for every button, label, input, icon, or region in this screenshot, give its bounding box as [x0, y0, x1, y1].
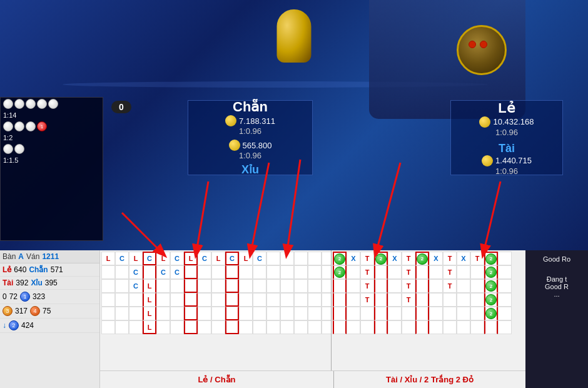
road-cell-left	[225, 320, 239, 334]
road-cell-left	[322, 320, 332, 334]
road-cell-left	[308, 265, 322, 279]
road-cell-left: L	[143, 307, 156, 320]
road-cell-right	[470, 265, 484, 279]
road-cell-right	[333, 293, 347, 307]
road-cell-right	[374, 293, 388, 307]
road-cell-left	[322, 279, 332, 293]
road-cell-right: X	[457, 252, 470, 265]
le-stat-val: 640	[14, 265, 26, 274]
road-cell-left	[294, 252, 308, 265]
road-cell-right	[333, 320, 347, 334]
coin-icon-tai	[482, 155, 493, 166]
road-cell-left: C	[225, 252, 239, 265]
road-cell-left	[308, 320, 322, 334]
ball3-val: 317	[15, 307, 28, 315]
history-timer2: 1:2	[1, 133, 103, 143]
sidebar-text1: Good Ro	[543, 255, 570, 263]
ball-1: 1	[20, 292, 30, 302]
sidebar-dots: ...	[554, 290, 559, 298]
road-cell-left	[266, 252, 280, 265]
road-cell-left	[253, 307, 266, 320]
road-cell-right	[333, 279, 347, 293]
road-cell-right: T	[360, 279, 374, 293]
road-cell-right	[470, 279, 484, 293]
tai-stat-val: 392	[16, 278, 28, 287]
road-cell-right	[415, 279, 429, 293]
road-cell-right	[360, 307, 374, 320]
road-cell-left	[253, 293, 266, 307]
road-cell-right: 2	[333, 252, 347, 265]
road-cell-right	[457, 320, 470, 334]
casino-background: 1:14 1 1:2 1:1.5 0 Chẵn 7.188.311 1:0.96…	[0, 0, 588, 250]
arrow-down: ↓	[3, 321, 6, 330]
road-cell-left	[266, 293, 280, 307]
bet-le-area[interactable]: Lẻ 10.432.168 1:0.96 Tài 1.440.715 1:0.9…	[450, 100, 563, 175]
road-cell-left	[198, 279, 211, 293]
road-cell-left: C	[156, 265, 170, 279]
road-cell-left	[170, 307, 184, 320]
road-cell-left	[156, 307, 170, 320]
road-cell-left	[143, 265, 156, 279]
ball1-val: 323	[33, 292, 45, 301]
road-cell-left	[115, 307, 129, 320]
chan-label: Chẵn	[233, 99, 268, 115]
grid-right: 2XT2XT2XTXT22TTT2TTT2TT22	[332, 250, 525, 370]
road-cell-right: 2	[484, 279, 498, 293]
road-cell-right	[429, 265, 443, 279]
road-cell-left: L	[101, 252, 115, 265]
road-cell-left	[156, 279, 170, 293]
road-cell-left	[280, 252, 294, 265]
chan-stat-label: Chẵn	[29, 265, 48, 274]
road-cell-left: C	[198, 252, 211, 265]
road-cell-left	[294, 279, 308, 293]
history-timer3: 1:1.5	[1, 155, 103, 165]
road-cell-left	[198, 265, 211, 279]
road-cell-left: C	[143, 252, 156, 265]
road-cell-left	[308, 252, 322, 265]
road-cell-right	[498, 279, 512, 293]
road-cell-left	[198, 293, 211, 307]
road-cell-left	[184, 265, 198, 279]
road-grid-right: 2XT2XT2XTXT22TTT2TTT2TT22	[332, 250, 525, 335]
road-cell-right	[415, 320, 429, 334]
le-amount: 10.432.168	[479, 116, 534, 128]
le-label: Lẻ	[498, 100, 515, 116]
road-cell-left	[239, 320, 253, 334]
road-cell-left	[101, 293, 115, 307]
bet-chan-area[interactable]: Chẵn 7.188.311 1:0.96 565.800 1:0.96 Xỉu	[188, 100, 313, 175]
stats-row-0-1: 0 72 1 323	[0, 290, 99, 304]
road-cell-left	[115, 265, 129, 279]
road-cell-left	[115, 320, 129, 334]
timer-badge: 0	[111, 101, 131, 113]
stats-row-le-chan: Lẻ 640 Chẵn 571	[0, 263, 99, 277]
road-cell-right	[347, 265, 360, 279]
road-cell-right: 2	[484, 307, 498, 320]
road-cell-left: L	[143, 279, 156, 293]
road-cell-left	[239, 265, 253, 279]
road-cell-left	[184, 279, 198, 293]
chan-amount2: 565.800	[229, 140, 272, 151]
road-cell-right	[374, 279, 388, 293]
road-cell-right	[443, 293, 457, 307]
road-cell-right	[347, 279, 360, 293]
road-cell-left	[198, 320, 211, 334]
road-cell-right	[415, 293, 429, 307]
road-cell-left	[170, 279, 184, 293]
road-cell-left	[308, 307, 322, 320]
coin-icon-le	[479, 116, 490, 128]
road-cell-left	[294, 265, 308, 279]
road-cell-right	[470, 307, 484, 320]
right-sidebar: Good Ro Đang t Good R ...	[525, 250, 588, 388]
road-cell-right	[457, 279, 470, 293]
road-cell-right	[498, 252, 512, 265]
grid-labels: Lẻ / Chẵn Tài / Xỉu / 2 Trắng 2 Đỏ	[100, 370, 525, 388]
road-cell-right: 2	[484, 252, 498, 265]
road-cell-right	[347, 307, 360, 320]
road-cell-left	[280, 307, 294, 320]
ball-tray	[457, 25, 507, 75]
road-cell-left	[184, 293, 198, 307]
road-cell-left	[253, 265, 266, 279]
road-cell-right	[429, 320, 443, 334]
road-cell-left	[294, 293, 308, 307]
zero-val: 72	[9, 292, 18, 301]
